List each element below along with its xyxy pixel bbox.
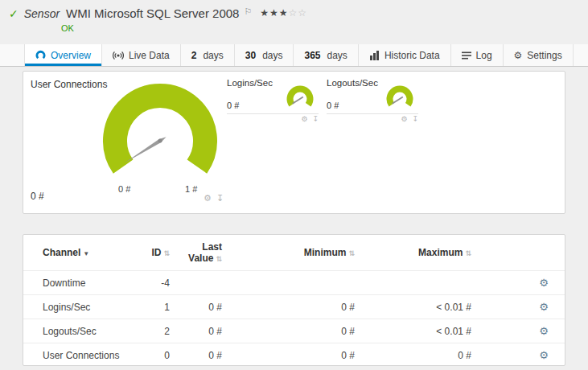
page-title: WMI Microsoft SQL Server 2008 [66, 6, 239, 20]
tab-2-days[interactable]: 2 days [180, 44, 234, 66]
column-label: ID [151, 247, 161, 258]
gauge-scale-min: 0 # [118, 184, 130, 194]
tab-label: days [262, 50, 282, 61]
channel-maximum: < 0.01 # [355, 326, 471, 337]
logins-gauge [284, 85, 316, 113]
live-data-icon [113, 50, 124, 61]
column-header-id[interactable]: ID⇅ [131, 247, 170, 258]
channel-id: 0 [131, 350, 170, 361]
channel-maximum: < 0.01 # [355, 302, 471, 313]
channels-table-panel: Channel▼ ID⇅ Last Value⇅ Minimum⇅ Maximu… [23, 234, 565, 366]
logins-gauge-title: Logins/Sec [227, 78, 273, 88]
divider [227, 113, 319, 114]
tab-number: 365 [304, 50, 320, 61]
channel-name: Downtime [43, 278, 131, 289]
channel-minimum: 0 # [222, 302, 355, 313]
column-label: Channel [43, 247, 80, 258]
gauge-scale-max: 1 # [185, 184, 197, 194]
sort-icon: ⇅ [163, 249, 170, 257]
gauge-settings-icon[interactable]: ⚙ [401, 115, 407, 123]
tab-365-days[interactable]: 365 days [293, 44, 357, 66]
gauge-download-icon[interactable]: ↧ [216, 193, 224, 203]
column-label: Minimum [304, 247, 347, 258]
tab-bar: Overview Live Data 2 days 30 days 365 da… [0, 44, 588, 67]
tab-label: Log [476, 50, 492, 61]
channel-settings-icon[interactable]: ⚙ [539, 277, 549, 289]
status-check-icon: ✓ [9, 7, 19, 20]
sort-desc-icon: ▼ [83, 250, 89, 257]
logouts-gauge-actions: ⚙↧ [396, 115, 418, 123]
tab-log[interactable]: Log [450, 44, 503, 66]
table-row: Downtime -4 ⚙ [23, 270, 565, 294]
sort-icon: ⇅ [216, 255, 222, 263]
tab-label: Live Data [129, 50, 170, 61]
column-label: Maximum [418, 247, 463, 258]
priority-stars[interactable]: ★★★☆☆ [260, 7, 307, 18]
gauge-download-icon[interactable]: ↧ [412, 115, 418, 123]
tab-label: Overview [51, 50, 91, 61]
logouts-gauge-title: Logouts/Sec [327, 78, 378, 88]
channel-minimum: 0 # [222, 326, 355, 337]
column-header-minimum[interactable]: Minimum⇅ [222, 247, 355, 258]
table-row: User Connections 0 0 # 0 # 0 # ⚙ [23, 343, 565, 366]
column-header-maximum[interactable]: Maximum⇅ [355, 247, 471, 258]
user-connections-gauge [92, 78, 228, 203]
logouts-gauge [384, 85, 416, 113]
channel-settings-icon[interactable]: ⚙ [539, 325, 549, 337]
divider [327, 113, 418, 114]
tab-settings[interactable]: ⚙ Settings [503, 44, 574, 66]
tab-30-days[interactable]: 30 days [234, 44, 294, 66]
log-list-icon [462, 51, 471, 60]
channel-id: 2 [131, 326, 170, 337]
sensor-page: ✓ Sensor WMI Microsoft SQL Server 2008 ⚐… [0, 0, 588, 370]
gauge-settings-icon[interactable]: ⚙ [301, 115, 307, 123]
channel-settings-icon[interactable]: ⚙ [539, 301, 549, 313]
settings-gear-icon: ⚙ [514, 50, 523, 61]
main-gauge-value: 0 # [31, 191, 44, 202]
column-header-last-value[interactable]: Last Value⇅ [170, 241, 222, 264]
logouts-gauge-block: Logouts/Sec 0 # ⚙↧ [327, 78, 418, 128]
sort-icon: ⇅ [465, 249, 471, 257]
tab-number: 2 [191, 50, 197, 61]
table-row: Logins/Sec 1 0 # 0 # < 0.01 # ⚙ [23, 294, 565, 319]
stars-empty: ☆☆ [289, 7, 308, 18]
tab-label: Settings [527, 50, 561, 61]
channel-minimum: 0 # [222, 350, 355, 361]
sensor-header: ✓ Sensor WMI Microsoft SQL Server 2008 ⚐… [0, 0, 588, 20]
table-header-row: Channel▼ ID⇅ Last Value⇅ Minimum⇅ Maximu… [23, 235, 565, 270]
channel-id: -4 [131, 278, 170, 289]
stars-filled: ★★★ [260, 7, 288, 18]
tab-historic-data[interactable]: Historic Data [358, 44, 450, 66]
gauge-settings-icon[interactable]: ⚙ [204, 193, 212, 203]
logouts-gauge-value: 0 # [327, 101, 339, 110]
logins-gauge-block: Logins/Sec 0 # ⚙↧ [227, 78, 319, 128]
channel-name: Logins/Sec [43, 302, 131, 313]
object-kind-label: Sensor [24, 7, 60, 20]
channel-settings-icon[interactable]: ⚙ [539, 349, 549, 361]
gauge-download-icon[interactable]: ↧ [312, 115, 319, 123]
main-gauge-actions: ⚙↧ [199, 193, 224, 204]
channel-name: Logouts/Sec [43, 326, 131, 337]
status-badge: OK [61, 23, 74, 33]
channel-last-value: 0 # [170, 302, 222, 313]
overview-gauge-icon [35, 50, 46, 60]
flag-icon[interactable]: ⚐ [244, 6, 252, 17]
tab-number: 30 [245, 50, 256, 61]
column-header-channel[interactable]: Channel▼ [43, 247, 131, 258]
channel-maximum: 0 # [355, 350, 471, 361]
channel-last-value: 0 # [170, 326, 222, 337]
tab-live-data[interactable]: Live Data [101, 44, 180, 66]
table-row: Logouts/Sec 2 0 # 0 # < 0.01 # ⚙ [23, 319, 565, 343]
logins-gauge-actions: ⚙↧ [296, 115, 319, 123]
historic-data-chart-icon [369, 51, 380, 60]
tab-overview[interactable]: Overview [24, 44, 101, 66]
channel-last-value: 0 # [170, 350, 222, 361]
logins-gauge-value: 0 # [227, 101, 239, 110]
gauges-panel: User Connections 0 # 1 # 0 # ⚙↧ Logins/S… [23, 71, 565, 214]
sort-icon: ⇅ [348, 249, 355, 257]
tab-label: Historic Data [384, 50, 440, 61]
channel-name: User Connections [43, 350, 131, 361]
tab-label: days [203, 50, 223, 61]
channel-id: 1 [131, 302, 170, 313]
tab-label: days [327, 50, 347, 61]
